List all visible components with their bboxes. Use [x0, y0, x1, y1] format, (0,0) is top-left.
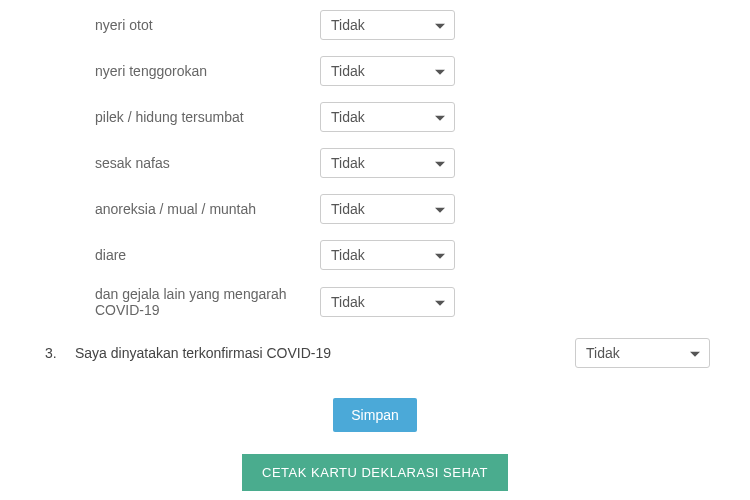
- save-button[interactable]: Simpan: [333, 398, 416, 432]
- symptom-label: sesak nafas: [20, 155, 320, 171]
- symptom-label: diare: [20, 247, 320, 263]
- question-text: Saya dinyatakan terkonfirmasi COVID-19: [75, 345, 575, 361]
- symptom-row: diare Tidak: [20, 240, 730, 270]
- chevron-down-icon: Tidak: [320, 148, 455, 178]
- symptom-label: nyeri tenggorokan: [20, 63, 320, 79]
- symptom-row: pilek / hidung tersumbat Tidak: [20, 102, 730, 132]
- symptom-select-nyeri-otot[interactable]: Tidak: [320, 10, 455, 40]
- symptom-label: dan gejala lain yang mengarah COVID-19: [20, 286, 320, 318]
- symptom-row: sesak nafas Tidak: [20, 148, 730, 178]
- symptom-list: nyeri otot Tidak nyeri tenggorokan Tidak…: [20, 10, 730, 318]
- chevron-down-icon: Tidak: [320, 194, 455, 224]
- symptom-row: anoreksia / mual / muntah Tidak: [20, 194, 730, 224]
- symptom-select-anoreksia[interactable]: Tidak: [320, 194, 455, 224]
- chevron-down-icon: Tidak: [575, 338, 710, 368]
- symptom-row: nyeri tenggorokan Tidak: [20, 56, 730, 86]
- symptom-select-gejala-lain[interactable]: Tidak: [320, 287, 455, 317]
- symptom-row: nyeri otot Tidak: [20, 10, 730, 40]
- symptom-label: anoreksia / mual / muntah: [20, 201, 320, 217]
- symptom-select-diare[interactable]: Tidak: [320, 240, 455, 270]
- button-row: Simpan CETAK KARTU DEKLARASI SEHAT: [20, 398, 730, 491]
- symptom-label: nyeri otot: [20, 17, 320, 33]
- chevron-down-icon: Tidak: [320, 102, 455, 132]
- chevron-down-icon: Tidak: [320, 240, 455, 270]
- symptom-select-nyeri-tenggorokan[interactable]: Tidak: [320, 56, 455, 86]
- symptom-select-pilek[interactable]: Tidak: [320, 102, 455, 132]
- symptom-label: pilek / hidung tersumbat: [20, 109, 320, 125]
- question-3-row: 3. Saya dinyatakan terkonfirmasi COVID-1…: [20, 338, 730, 368]
- chevron-down-icon: Tidak: [320, 10, 455, 40]
- chevron-down-icon: Tidak: [320, 56, 455, 86]
- chevron-down-icon: Tidak: [320, 287, 455, 317]
- symptom-row: dan gejala lain yang mengarah COVID-19 T…: [20, 286, 730, 318]
- print-card-button[interactable]: CETAK KARTU DEKLARASI SEHAT: [242, 454, 508, 491]
- symptom-select-sesak-nafas[interactable]: Tidak: [320, 148, 455, 178]
- question-number: 3.: [20, 345, 75, 361]
- question-3-select[interactable]: Tidak: [575, 338, 710, 368]
